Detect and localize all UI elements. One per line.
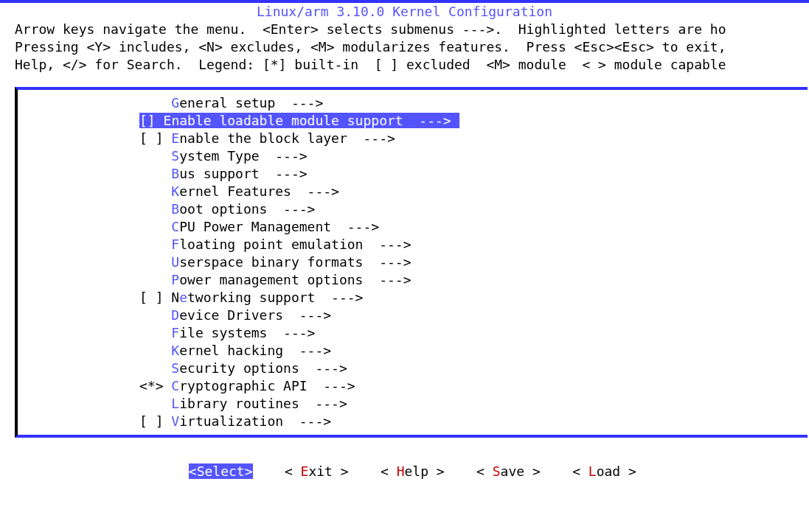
menu-item[interactable]: Userspace binary formats ---> [139, 253, 808, 271]
menu-item[interactable]: [ ] Virtualization ---> [139, 413, 808, 430]
page-title: Linux/arm 3.10.0 Kernel Configuration [0, 3, 809, 21]
menu-list[interactable]: General setup --->[] Enable loadable mod… [18, 94, 808, 430]
help-line-1: Arrow keys navigate the menu. <Enter> se… [0, 21, 809, 38]
menu-item[interactable]: Kernel Features ---> [139, 183, 808, 200]
button-bar: <Select> < Exit > < Help > < Save > < Lo… [0, 445, 809, 480]
exit-button[interactable]: < Exit > [285, 463, 349, 479]
select-button[interactable]: <Select> [189, 463, 253, 479]
menu-item[interactable]: Security options ---> [139, 360, 808, 377]
menu-item[interactable]: Floating point emulation ---> [139, 236, 808, 253]
menu-item[interactable]: File systems ---> [139, 324, 808, 342]
menu-item[interactable]: Device Drivers ---> [139, 307, 808, 324]
help-line-3: Help, </> for Search. Legend: [*] built-… [0, 56, 809, 74]
load-button[interactable]: < Load > [572, 463, 636, 479]
menu-box: General setup --->[] Enable loadable mod… [15, 87, 808, 438]
help-button[interactable]: < Help > [381, 463, 445, 479]
menu-item[interactable]: Kernel hacking ---> [139, 342, 808, 360]
save-button[interactable]: < Save > [476, 463, 541, 479]
menu-item[interactable]: Bus support ---> [139, 165, 808, 183]
menu-item[interactable]: Library routines ---> [139, 395, 808, 413]
menu-item[interactable]: Boot options ---> [139, 200, 808, 218]
menu-item[interactable]: <*> Cryptographic API ---> [139, 377, 808, 395]
menu-item[interactable]: CPU Power Management ---> [139, 218, 808, 236]
menu-item[interactable]: [] Enable loadable module support ---> [139, 112, 808, 130]
menu-item[interactable]: [ ] Networking support ---> [139, 289, 808, 307]
help-line-2: Pressing <Y> includes, <N> excludes, <M>… [0, 38, 809, 56]
menu-item[interactable]: System Type ---> [139, 147, 808, 165]
menu-item[interactable]: [ ] Enable the block layer ---> [139, 130, 808, 147]
menu-item[interactable]: General setup ---> [139, 94, 808, 112]
menu-item[interactable]: Power management options ---> [139, 271, 808, 289]
